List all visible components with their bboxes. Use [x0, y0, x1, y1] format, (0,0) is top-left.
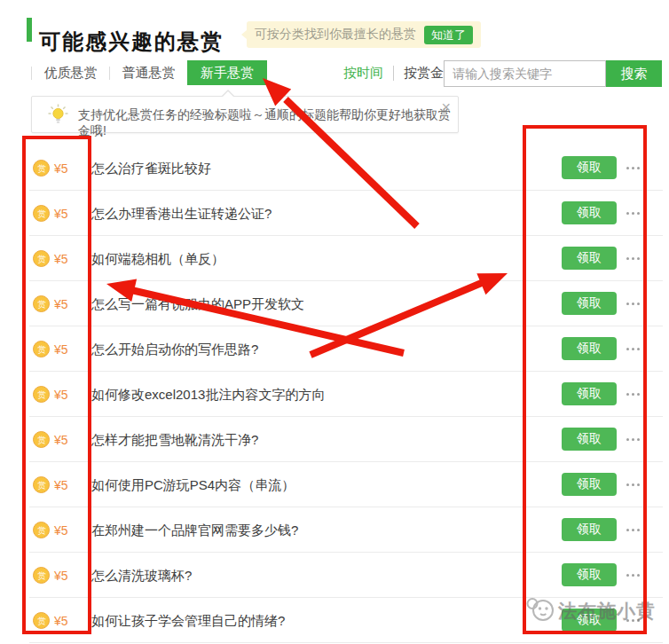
- reward-row: 赏 ¥5 怎么写一篇有说服力的APP开发软文 领取: [29, 281, 663, 326]
- watermark-mascot-icon: [525, 596, 555, 626]
- search-input[interactable]: [444, 60, 606, 87]
- reward-title-link[interactable]: 怎么清洗玻璃杯?: [91, 568, 192, 585]
- reward-amount: ¥5: [54, 297, 68, 311]
- more-options-icon[interactable]: [626, 529, 640, 531]
- reward-amount: ¥5: [54, 523, 68, 538]
- more-options-icon[interactable]: [626, 257, 640, 260]
- reward-row: 赏 ¥5 如何端稳相机（单反） 领取: [29, 236, 663, 281]
- coin-icon: 赏: [33, 386, 50, 403]
- more-options-icon[interactable]: [626, 393, 640, 396]
- sort-by-reward[interactable]: 按赏金: [404, 65, 444, 82]
- coin-icon: 赏: [33, 476, 50, 493]
- reward-list: 赏 ¥5 怎么治疗雀斑比较好 领取 赏 ¥5 怎么办理香港出生证转递公证? 领取…: [29, 145, 663, 643]
- reward-amount: ¥5: [54, 342, 68, 357]
- more-options-icon[interactable]: [626, 483, 640, 486]
- coin-icon: 赏: [33, 160, 50, 177]
- tip-text: 可按分类找到你最擅长的悬赏: [255, 27, 416, 43]
- reward-title-link[interactable]: 怎么写一篇有说服力的APP开发软文: [91, 296, 304, 313]
- search-button[interactable]: 搜索: [606, 60, 662, 87]
- page-title: 可能感兴趣的悬赏: [39, 27, 224, 56]
- sort-by-time[interactable]: 按时间: [343, 65, 383, 82]
- more-options-icon[interactable]: [626, 574, 640, 577]
- reward-amount: ¥5: [54, 252, 68, 266]
- reward-title-link[interactable]: 怎么办理香港出生证转递公证?: [91, 206, 272, 223]
- reward-title-link[interactable]: 如何使用PC游玩PS4内容（串流）: [91, 477, 295, 494]
- more-options-icon[interactable]: [626, 438, 640, 441]
- reward-amount: ¥5: [54, 207, 68, 221]
- claim-button[interactable]: 领取: [562, 156, 617, 179]
- reward-row: 赏 ¥5 如何使用PC游玩PS4内容（串流） 领取: [29, 462, 663, 507]
- reward-amount: ¥5: [54, 433, 68, 447]
- category-tip-bubble: 可按分类找到你最擅长的悬赏 知道了: [247, 21, 481, 48]
- more-options-icon[interactable]: [626, 348, 640, 350]
- reward-tabs: 优质悬赏 普通悬赏 新手悬赏: [31, 60, 267, 85]
- reward-title-link[interactable]: 怎样才能把雪地靴清洗干净?: [91, 432, 258, 449]
- coin-icon: 赏: [33, 205, 50, 222]
- reward-title-link[interactable]: 怎么治疗雀斑比较好: [91, 161, 211, 177]
- tip-confirm-button[interactable]: 知道了: [424, 26, 473, 44]
- more-options-icon[interactable]: [626, 167, 640, 169]
- coin-icon: 赏: [33, 522, 50, 538]
- claim-button[interactable]: 领取: [562, 563, 617, 586]
- claim-button[interactable]: 领取: [562, 428, 617, 451]
- claim-button[interactable]: 领取: [562, 247, 617, 270]
- reward-amount: ¥5: [54, 388, 68, 402]
- claim-button[interactable]: 领取: [562, 292, 617, 315]
- claim-button[interactable]: 领取: [562, 473, 617, 496]
- reward-amount: ¥5: [54, 478, 68, 492]
- reward-row: 赏 ¥5 如何修改excel2013批注内容文字的方向 领取: [29, 372, 663, 417]
- tab-quality-rewards[interactable]: 优质悬赏: [32, 60, 109, 85]
- reward-row: 赏 ¥5 怎么治疗雀斑比较好 领取: [29, 145, 663, 191]
- reward-row: 赏 ¥5 在郑州建一个品牌官网需要多少钱? 领取: [29, 507, 663, 553]
- sort-separator: [393, 66, 394, 81]
- reward-title-link[interactable]: 如何修改excel2013批注内容文字的方向: [91, 387, 325, 404]
- claim-button[interactable]: 领取: [562, 518, 617, 541]
- title-accent-bar: [27, 18, 32, 42]
- reward-row: 赏 ¥5 怎么开始启动你的写作思路? 领取: [29, 326, 663, 372]
- coin-icon: 赏: [33, 567, 50, 584]
- notice-bar: 支持优化悬赏任务的经验标题啦～通顺的标题能帮助你更好地获取赏金哦! ×: [31, 96, 459, 133]
- reward-row: 赏 ¥5 怎样才能把雪地靴清洗干净? 领取: [29, 417, 663, 462]
- claim-button[interactable]: 领取: [562, 337, 617, 360]
- reward-title-link[interactable]: 如何让孩子学会管理自己的情绪?: [91, 613, 285, 630]
- reward-title-link[interactable]: 怎么开始启动你的写作思路?: [91, 342, 258, 358]
- coin-icon: 赏: [33, 431, 50, 448]
- tab-normal-rewards[interactable]: 普通悬赏: [110, 60, 187, 85]
- claim-button[interactable]: 领取: [562, 382, 617, 405]
- reward-amount: ¥5: [54, 569, 68, 583]
- rewards-page: 可能感兴趣的悬赏 可按分类找到你最擅长的悬赏 知道了 优质悬赏 普通悬赏 新手悬…: [0, 0, 669, 644]
- more-options-icon[interactable]: [626, 212, 640, 215]
- watermark: 法布施小黄: [525, 596, 656, 626]
- reward-title-link[interactable]: 如何端稳相机（单反）: [91, 251, 224, 268]
- coin-icon: 赏: [33, 612, 50, 629]
- watermark-text: 法布施小黄: [558, 599, 656, 624]
- close-icon[interactable]: ×: [441, 98, 451, 118]
- claim-button[interactable]: 领取: [562, 201, 617, 224]
- sort-options: 按时间 按赏金: [343, 60, 444, 85]
- reward-amount: ¥5: [54, 614, 68, 628]
- more-options-icon[interactable]: [626, 302, 640, 305]
- reward-row: 赏 ¥5 怎么办理香港出生证转递公证? 领取: [29, 191, 663, 236]
- reward-amount: ¥5: [54, 161, 68, 176]
- reward-row: 赏 ¥5 怎么清洗玻璃杯? 领取: [29, 553, 663, 598]
- reward-title-link[interactable]: 在郑州建一个品牌官网需要多少钱?: [91, 522, 298, 539]
- coin-icon: 赏: [33, 295, 50, 312]
- coin-icon: 赏: [33, 341, 50, 357]
- coin-icon: 赏: [33, 250, 50, 267]
- notice-text: 支持优化悬赏任务的经验标题啦～通顺的标题能帮助你更好地获取赏金哦!: [78, 107, 458, 139]
- tab-newbie-rewards[interactable]: 新手悬赏: [187, 60, 267, 85]
- lightbulb-icon: [48, 104, 68, 130]
